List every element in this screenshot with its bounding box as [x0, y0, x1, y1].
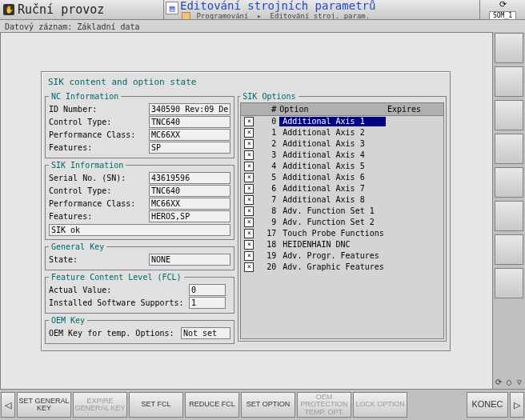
option-checkbox[interactable]: × [241, 117, 257, 126]
right-softkey-5[interactable] [495, 167, 523, 198]
screen-switcher[interactable]: ⟳ SOM_1 [479, 0, 525, 19]
option-name: Additional Axis 8 [279, 195, 386, 205]
fcl-legend: Feature Content Level (FCL) [49, 273, 184, 282]
sik-perf-value: MC66XX [149, 198, 230, 210]
option-row[interactable]: ×2Additional Axis 3 [241, 138, 443, 150]
option-name: Adv. Progr. Features [279, 251, 386, 261]
fcl-group: Feature Content Level (FCL) Actual Value… [45, 273, 234, 314]
option-index: 8 [257, 206, 279, 216]
option-checkbox[interactable]: × [241, 251, 257, 261]
option-row[interactable]: ×1Additional Axis 2 [241, 127, 443, 138]
page-title: Editování strojních parametrů [180, 0, 479, 12]
option-checkbox[interactable]: × [241, 206, 257, 216]
breadcrumb: Programování ▸ Editování stroj. param. [180, 12, 479, 19]
option-index: 2 [257, 139, 279, 149]
nav-circle-icon[interactable]: ◯ [505, 377, 514, 386]
right-softkey-6[interactable] [495, 201, 523, 231]
oem-value[interactable]: Not set [181, 327, 230, 339]
right-softkey-2[interactable] [495, 66, 523, 97]
option-row[interactable]: ×18HEIDENHAIN DNC [241, 239, 443, 250]
option-index: 5 [257, 173, 279, 182]
nc-info-legend: NC Information [49, 92, 121, 101]
option-expires [386, 240, 443, 250]
oem-label: OEM Key for temp. Options: [49, 329, 181, 338]
mode-manual[interactable]: ✋ Ruční provoz [0, 0, 164, 19]
right-softkey-8[interactable] [495, 268, 523, 298]
option-name: Additional Axis 1 [279, 117, 386, 126]
option-index: 1 [257, 128, 279, 138]
nc-feat-value: SP [149, 142, 230, 154]
option-row[interactable]: ×17Touch Probe Functions [241, 228, 443, 239]
option-index: 19 [257, 251, 279, 261]
option-checkbox[interactable]: × [241, 184, 257, 194]
fcl-actual-value[interactable]: 0 [189, 284, 226, 296]
softkey-2: EXPIREGENERAL KEY [73, 392, 127, 418]
options-list[interactable]: ×0Additional Axis 1×1Additional Axis 2×2… [241, 116, 443, 338]
option-row[interactable]: ×9Adv. Function Set 2 [241, 217, 443, 228]
home-icon [182, 12, 190, 19]
option-row[interactable]: ×19Adv. Progr. Features [241, 250, 443, 262]
option-row[interactable]: ×5Additional Axis 6 [241, 172, 443, 183]
option-row[interactable]: ×7Additional Axis 8 [241, 194, 443, 206]
nc-id-value: 340590 Rev:09 De [149, 103, 230, 115]
right-softkey-7[interactable] [495, 234, 523, 265]
option-name: Adv. Function Set 2 [279, 218, 386, 227]
option-checkbox[interactable]: × [241, 218, 257, 227]
option-checkbox[interactable]: × [241, 173, 257, 182]
oem-key-legend: OEM Key [49, 316, 87, 325]
fcl-inst-label: Installed Software Supports: [49, 298, 189, 307]
sik-ctrl-label: Control Type: [49, 186, 149, 195]
option-expires [386, 262, 443, 272]
col-num: # [257, 103, 278, 115]
nc-perf-value: MC66XX [149, 129, 230, 141]
sik-info-legend: SIK Information [49, 161, 126, 170]
right-softkey-3[interactable] [495, 100, 523, 130]
option-checkbox[interactable]: × [241, 240, 257, 250]
option-index: 20 [257, 262, 279, 272]
nav-cycle-icon[interactable]: ⟳ [495, 377, 503, 386]
nc-feat-label: Features: [49, 143, 149, 152]
right-softkey-1[interactable] [495, 33, 523, 63]
option-expires [386, 218, 443, 227]
option-checkbox[interactable]: × [241, 139, 257, 149]
option-row[interactable]: ×20Adv. Graphic Features [241, 262, 443, 273]
softkey-5[interactable]: SET OPTION [241, 392, 295, 418]
softkey-3[interactable]: SET FCL [129, 392, 183, 418]
right-softkey-4[interactable] [495, 134, 523, 164]
option-checkbox[interactable]: × [241, 162, 257, 171]
option-checkbox[interactable]: × [241, 150, 257, 160]
option-row[interactable]: ×8Adv. Function Set 1 [241, 206, 443, 217]
col-option: Option [278, 103, 386, 115]
sik-info-group: SIK Information Serial No. (SN): 4361959… [45, 161, 234, 240]
right-softkey-column: ⟳ ◯ ▽ [493, 32, 525, 390]
option-expires [386, 184, 443, 194]
sik-sn-value: 43619596 [149, 172, 230, 184]
softkey-next-page[interactable]: ▷ [510, 392, 524, 418]
col-expires: Expires [386, 103, 443, 115]
option-row[interactable]: ×3Additional Axis 4 [241, 150, 443, 161]
nc-info-group: NC Information ID Number: 340590 Rev:09 … [45, 92, 234, 158]
option-name: Additional Axis 5 [279, 162, 386, 171]
sik-ctrl-value: TNC640 [149, 185, 230, 197]
hand-icon: ✋ [3, 4, 14, 15]
option-name: Additional Axis 7 [279, 184, 386, 194]
option-index: 7 [257, 195, 279, 205]
option-row[interactable]: ×6Additional Axis 7 [241, 183, 443, 194]
general-key-legend: General Key [49, 242, 106, 251]
nc-id-label: ID Number: [49, 105, 149, 114]
nav-down-icon[interactable]: ▽ [515, 377, 523, 386]
option-row[interactable]: ×4Additional Axis 5 [241, 161, 443, 172]
softkey-prev-page[interactable]: ◁ [1, 392, 15, 418]
option-checkbox[interactable]: × [241, 262, 257, 272]
option-checkbox[interactable]: × [241, 195, 257, 205]
option-row[interactable]: ×0Additional Axis 1 [241, 116, 443, 127]
option-expires [386, 195, 443, 205]
nc-ctrl-label: Control Type: [49, 118, 149, 126]
option-checkbox[interactable]: × [241, 229, 257, 238]
softkey-end[interactable]: KONEC [467, 392, 508, 418]
softkey-1[interactable]: SET GENERALKEY [17, 392, 71, 418]
option-checkbox[interactable]: × [241, 128, 257, 138]
option-name: Touch Probe Functions [279, 229, 386, 238]
softkey-4[interactable]: REDUCE FCL [185, 392, 239, 418]
option-index: 3 [257, 150, 279, 160]
